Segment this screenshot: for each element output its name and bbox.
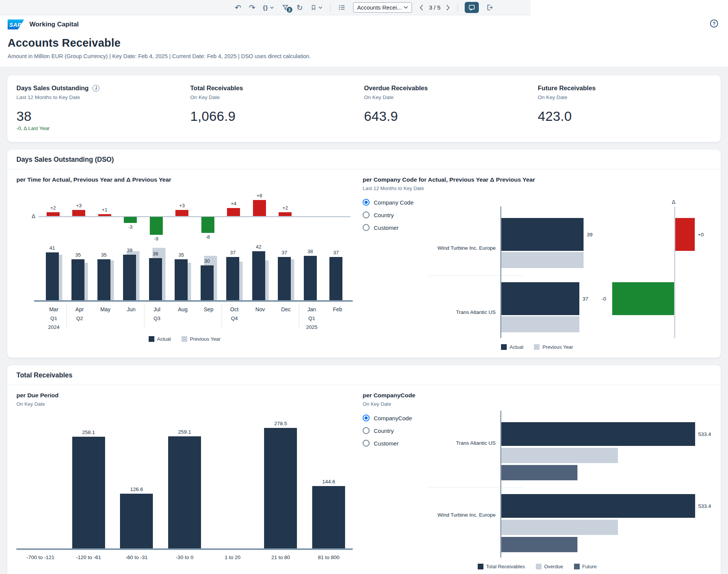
- legend-swatch: [149, 336, 154, 342]
- radio-option-0[interactable]: CompanyCode: [363, 415, 435, 421]
- bar-value-label: 42: [246, 244, 272, 250]
- radio-option-2[interactable]: Customer: [363, 440, 435, 447]
- bar-slot: 37: [273, 244, 299, 300]
- due-period-bar[interactable]: [312, 486, 345, 548]
- receivables-company-legend: Total ReceivablesOverdueFuture: [363, 564, 712, 569]
- kpi-overdue-receivables[interactable]: Overdue Receivables On Key Date 643.9: [364, 85, 538, 131]
- total-receivables-bar[interactable]: [500, 422, 695, 446]
- kpi-total-receivables[interactable]: Total Receivables On Key Date 1,066.9: [190, 85, 364, 131]
- delta-bar-positive[interactable]: [47, 212, 60, 216]
- delta-bar-positive[interactable]: [674, 218, 695, 251]
- actual-bar[interactable]: [201, 265, 214, 301]
- bar-value-label: 144.6: [322, 479, 335, 485]
- refresh-button[interactable]: ↻: [293, 2, 307, 13]
- filter-button[interactable]: 3: [278, 2, 293, 13]
- assistant-chat-button[interactable]: [465, 2, 479, 13]
- legend-item[interactable]: Total Receivables: [478, 564, 525, 569]
- category-label: 21 to 80: [257, 554, 305, 560]
- actual-bar[interactable]: [123, 255, 136, 300]
- dso-time-chart: per Time for Actual, Previous Year and Δ…: [16, 176, 353, 350]
- delta-value-label: +2: [40, 205, 66, 211]
- redo-button[interactable]: ↷: [245, 2, 259, 13]
- delta-bar-positive[interactable]: [227, 208, 240, 216]
- actual-bar[interactable]: [304, 256, 317, 300]
- radio-option-2[interactable]: Customer: [363, 224, 435, 231]
- formula-button[interactable]: {}: [259, 3, 278, 12]
- top-toolbar: ↶ ↷ {} 3 ↻ Accounts Recei... 3 / 5: [0, 0, 728, 15]
- actual-bar[interactable]: [226, 257, 239, 300]
- due-period-bar[interactable]: [72, 437, 105, 548]
- future-bar[interactable]: [500, 465, 577, 480]
- next-page-button[interactable]: [442, 3, 454, 12]
- legend-item[interactable]: Actual: [501, 344, 523, 350]
- radio-option-1[interactable]: Country: [363, 427, 435, 434]
- delta-bar-positive[interactable]: [98, 214, 111, 216]
- radio-option-1[interactable]: Country: [363, 211, 435, 218]
- delta-bar-negative[interactable]: [150, 217, 163, 235]
- page-list-button[interactable]: [334, 2, 349, 13]
- bookmark-button[interactable]: [306, 2, 326, 13]
- quarter-label: Q1: [41, 315, 67, 321]
- page-selector[interactable]: Accounts Recei...: [353, 2, 412, 13]
- delta-bar-negative[interactable]: [201, 217, 214, 233]
- delta-bar-positive[interactable]: [175, 210, 188, 216]
- delta-bar-negative[interactable]: [612, 282, 674, 315]
- bar-group: 533.4: [500, 487, 712, 559]
- app-title: Working Capital: [29, 21, 79, 28]
- bookmark-icon: [310, 4, 317, 11]
- delta-bar-positive[interactable]: [279, 212, 292, 216]
- actual-bar[interactable]: [97, 259, 110, 300]
- delta-slot: +3: [170, 189, 196, 243]
- actual-bar[interactable]: [329, 257, 342, 300]
- delta-bar-negative[interactable]: [124, 217, 137, 223]
- delta-bar-positive[interactable]: [253, 200, 266, 216]
- bar-value-label: 258.1: [82, 429, 95, 435]
- legend-item[interactable]: Actual: [149, 336, 171, 342]
- month-label: Mar: [41, 306, 67, 312]
- overdue-bar[interactable]: [500, 448, 618, 463]
- bar-value-label: 35: [91, 252, 117, 258]
- due-period-bar[interactable]: [168, 436, 201, 548]
- total-receivables-bar[interactable]: [500, 494, 695, 518]
- x-label-slot: Feb: [325, 302, 351, 332]
- actual-bar[interactable]: [252, 251, 265, 300]
- previous-year-bar[interactable]: [500, 252, 584, 268]
- info-icon[interactable]: i: [92, 85, 99, 92]
- future-bar[interactable]: [500, 537, 577, 552]
- due-period-bar[interactable]: [120, 494, 153, 548]
- kpi-future-receivables[interactable]: Future Receivables On Key Date 423.0: [538, 85, 712, 131]
- receivables-section-card: Total Receivables per Due Period On Key …: [7, 365, 721, 574]
- delta-slot: +8: [247, 189, 273, 243]
- kpi-title: Future Receivables: [538, 85, 595, 92]
- actual-bar[interactable]: [278, 257, 291, 300]
- due-bar-slot: 278.5: [257, 414, 305, 548]
- actual-bar[interactable]: [500, 218, 584, 251]
- dso-delta-chart: Δ+2+3+1-3-9+3-8+4+8+2: [16, 189, 353, 243]
- actual-bar-row: 37: [500, 282, 603, 315]
- actual-bar[interactable]: [71, 259, 84, 300]
- kpi-days-sales-outstanding[interactable]: Days Sales Outstanding i Last 12 Months …: [16, 85, 190, 131]
- actual-bar[interactable]: [46, 252, 59, 300]
- due-bar-slot: 126.6: [112, 414, 161, 548]
- previous-year-bar[interactable]: [500, 316, 579, 332]
- x-axis-labels: MarQ12024AprQ2MayJunJulQ3AugSepOctQ4NovD…: [16, 302, 353, 332]
- due-period-bar[interactable]: [264, 428, 297, 548]
- actual-bar[interactable]: [175, 259, 188, 300]
- actual-bar[interactable]: [500, 282, 579, 315]
- help-icon[interactable]: ?: [710, 20, 718, 28]
- legend-item[interactable]: Previous Year: [182, 336, 221, 342]
- exit-button[interactable]: [482, 2, 497, 13]
- x-label-slot: Sep: [196, 302, 222, 332]
- radio-option-0[interactable]: Company Code: [363, 199, 435, 206]
- actual-bar[interactable]: [149, 258, 162, 300]
- delta-bar-positive[interactable]: [72, 210, 85, 216]
- chart-subtitle: On Key Date: [16, 401, 353, 407]
- overdue-bar[interactable]: [500, 520, 618, 535]
- legend-item[interactable]: Future: [574, 564, 597, 569]
- legend-item[interactable]: Overdue: [536, 564, 563, 569]
- legend-item[interactable]: Previous Year: [534, 344, 573, 350]
- undo-button[interactable]: ↶: [231, 2, 245, 13]
- month-label: Feb: [325, 306, 351, 312]
- previous-page-button[interactable]: [416, 3, 427, 12]
- month-label: Sep: [196, 306, 222, 312]
